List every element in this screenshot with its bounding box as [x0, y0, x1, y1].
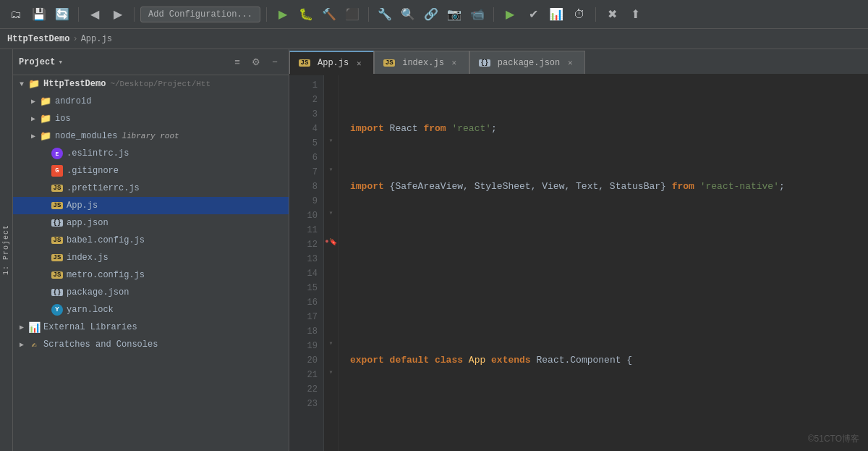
toolbar-forward-btn[interactable]: ▶	[108, 4, 128, 25]
toolbar-maximize-btn[interactable]: ⬆	[625, 4, 645, 25]
code-line-6	[350, 411, 868, 426]
tree-tag-node-modules: library root	[122, 132, 179, 140]
tab-packagejson[interactable]: {} package.json ✕	[469, 51, 585, 74]
tree-item-appjs[interactable]: ▶ JS App.js	[13, 197, 289, 214]
yarn-icon: Y	[51, 304, 64, 316]
git-icon: G	[51, 165, 64, 177]
tree-item-metroconfig[interactable]: ▶ JS metro.config.js	[13, 266, 289, 284]
tab-close-appjs[interactable]: ✕	[353, 57, 365, 69]
tab-label-appjs: App.js	[318, 58, 349, 68]
toolbar-refresh-btn[interactable]: 🔄	[52, 4, 72, 25]
sidebar: 1: Project Project ▾ ≡ ⚙ − ▼ 📁 Ht	[0, 49, 289, 451]
tree-label-appjson: app.json	[67, 218, 109, 228]
toolbar-build-btn[interactable]: 🔨	[319, 4, 339, 25]
tree-item-gitignore[interactable]: ▶ G .gitignore	[13, 162, 289, 180]
sidebar-dropdown-icon[interactable]: ▾	[58, 57, 63, 67]
toolbar-search-btn[interactable]: 🔍	[398, 4, 418, 25]
tree-label-yarnlock: yarn.lock	[67, 305, 114, 315]
js-icon-babelconfig: JS	[51, 237, 64, 244]
sidebar-title: Project ▾	[19, 57, 225, 67]
tree-arrow-node-modules: ▶	[27, 132, 39, 140]
breadcrumb-file[interactable]: App.js	[81, 34, 112, 44]
tree-item-yarnlock[interactable]: ▶ Y yarn.lock	[13, 301, 289, 319]
tree-label-appjs: App.js	[67, 201, 98, 211]
tab-appjs[interactable]: JS App.js ✕	[289, 51, 374, 74]
sidebar-filter-btn[interactable]: ≡	[229, 54, 245, 70]
toolbar-sep-1	[78, 7, 79, 22]
js-icon-prettierrc: JS	[51, 185, 64, 192]
toolbar-back-btn[interactable]: ◀	[85, 4, 105, 25]
toolbar-play-btn[interactable]: ▶	[500, 4, 520, 25]
tree-label-packagejson: package.json	[67, 287, 129, 298]
tree-label-node-modules: node_modules	[55, 131, 117, 141]
folder-icon-node-modules: 📁	[39, 130, 52, 142]
tab-json-badge-packagejson: {}	[479, 59, 493, 67]
sidebar-header: Project ▾ ≡ ⚙ −	[13, 49, 289, 75]
toolbar-close-all-btn[interactable]: ✖	[602, 4, 622, 25]
tree-item-ios[interactable]: ▶ 📁 ios	[13, 110, 289, 127]
tree-label-extlibs: External Libraries	[43, 322, 137, 332]
tree-path-root: ~/Desktop/Project/Htt	[110, 80, 210, 88]
toolbar-config-btn[interactable]: Add Configuration...	[140, 7, 260, 22]
extlib-icon: 📊	[27, 321, 41, 334]
project-side-label: 1: Project	[2, 224, 10, 275]
tree-item-android[interactable]: ▶ 📁 android	[13, 93, 289, 110]
tree-label-indexjs: index.js	[67, 253, 109, 263]
toolbar-tools-btn[interactable]: 🔧	[375, 4, 395, 25]
breadcrumb-sep: ›	[72, 34, 77, 44]
js-icon-metroconfig: JS	[51, 271, 64, 279]
toolbar-debug-btn[interactable]: 🐛	[296, 4, 316, 25]
toolbar-save-btn[interactable]: 💾	[29, 4, 49, 25]
editor-area: JS App.js ✕ JS index.js ✕ {} package.jso…	[289, 49, 868, 451]
code-line-5: export default class App extends React.C…	[350, 353, 868, 368]
toolbar-folder-btn[interactable]: 🗂	[6, 4, 26, 25]
tree-label-ios: ios	[55, 114, 71, 124]
tree-item-eslintrc[interactable]: ▶ E .eslintrc.js	[13, 145, 289, 162]
toolbar-camera-btn[interactable]: 📷	[444, 4, 464, 25]
toolbar-profile-btn[interactable]: ⏱	[569, 4, 590, 25]
toolbar-coverage-btn[interactable]: 📊	[546, 4, 566, 25]
tree-label-gitignore: .gitignore	[67, 166, 119, 176]
tree-item-packagejson[interactable]: ▶ {} package.json	[13, 284, 289, 301]
tree-item-root[interactable]: ▼ 📁 HttpTestDemo ~/Desktop/Project/Htt	[13, 75, 289, 93]
eslint-icon: E	[51, 148, 64, 159]
code-gutter: ▾ ▾ ▾ ●🔖 ▾ ▾	[324, 75, 339, 451]
toolbar-sep-6	[595, 7, 596, 22]
sidebar-actions: ≡ ⚙ −	[229, 54, 283, 70]
sidebar-minimize-btn[interactable]: −	[267, 54, 283, 70]
json-icon-appjson: {}	[51, 219, 64, 227]
tree-item-appjson[interactable]: ▶ {} app.json	[13, 214, 289, 232]
toolbar-sep-3	[266, 7, 267, 22]
code-editor[interactable]: 1 2 3 4 5 6 7 8 9 10 11 12 13 14 15 16 1…	[289, 75, 868, 451]
tree-item-extlibs[interactable]: ▶ 📊 External Libraries	[13, 319, 289, 336]
tab-close-packagejson[interactable]: ✕	[564, 57, 576, 69]
code-line-4	[350, 295, 868, 310]
scratch-icon: ✍	[27, 340, 41, 350]
line-numbers: 1 2 3 4 5 6 7 8 9 10 11 12 13 14 15 16 1…	[289, 75, 324, 451]
tree-item-scratches[interactable]: ▶ ✍ Scratches and Consoles	[13, 336, 289, 353]
folder-icon-root: 📁	[27, 78, 41, 90]
toolbar-connect-btn[interactable]: 🔗	[421, 4, 441, 25]
code-line-2: import {SafeAreaView, StyleSheet, View, …	[350, 180, 868, 194]
toolbar-check-btn[interactable]: ✔	[523, 4, 543, 25]
js-icon-appjs: JS	[51, 202, 64, 209]
tree-item-prettierrc[interactable]: ▶ JS .prettierrc.js	[13, 180, 289, 197]
tree-label-babelconfig: babel.config.js	[67, 235, 145, 245]
toolbar-run-btn[interactable]: ▶	[273, 4, 293, 25]
tree-item-babelconfig[interactable]: ▶ JS babel.config.js	[13, 232, 289, 249]
toolbar-stop-btn[interactable]: ⬛	[342, 4, 362, 25]
tree-label-prettierrc: .prettierrc.js	[67, 183, 140, 193]
breadcrumb-project[interactable]: HttpTestDemo	[7, 34, 69, 44]
tree-arrow-extlibs: ▶	[16, 323, 27, 332]
toolbar-sep-4	[368, 7, 369, 22]
tree-item-indexjs[interactable]: ▶ JS index.js	[13, 249, 289, 266]
watermark: ©51CTO博客	[808, 433, 859, 445]
project-side-tab[interactable]: 1: Project	[0, 49, 13, 451]
tab-indexjs[interactable]: JS index.js ✕	[374, 51, 469, 74]
tab-close-indexjs[interactable]: ✕	[448, 57, 460, 69]
tree-item-node-modules[interactable]: ▶ 📁 node_modules library root	[13, 127, 289, 145]
code-content[interactable]: import React from 'react'; import {SafeA…	[339, 75, 868, 451]
sidebar-gear-btn[interactable]: ⚙	[248, 54, 264, 70]
toolbar-record-btn[interactable]: 📹	[467, 4, 488, 25]
tab-label-packagejson: package.json	[498, 58, 560, 68]
